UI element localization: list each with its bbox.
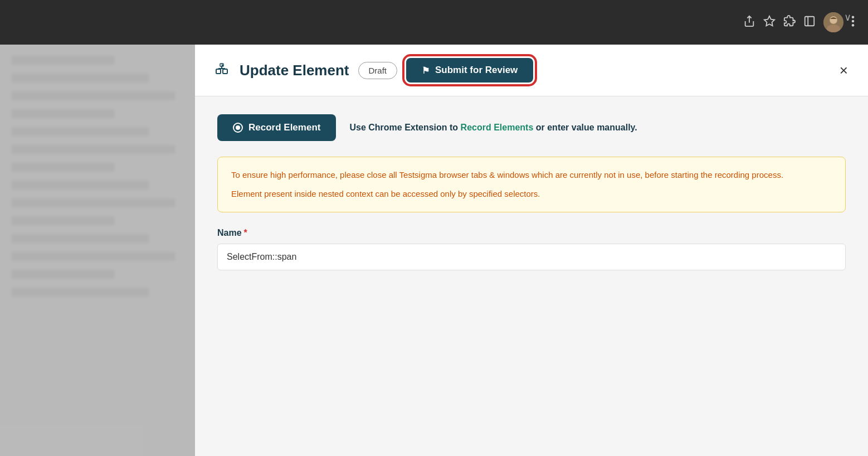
- name-label-text: Name: [217, 228, 242, 237]
- avatar[interactable]: [823, 12, 843, 32]
- element-icon: [213, 61, 231, 79]
- browser-chrome-bar: ∨: [0, 0, 868, 45]
- svg-point-8: [852, 16, 855, 18]
- record-dot-inner: [236, 125, 240, 130]
- sidebar-toggle-icon[interactable]: [803, 15, 816, 30]
- warning-line1: To ensure high performance, please close…: [231, 168, 832, 182]
- svg-rect-12: [216, 69, 221, 74]
- avatar-image: [823, 12, 843, 32]
- submit-for-review-button[interactable]: ⚑ Submit for Review: [406, 58, 533, 83]
- draft-badge[interactable]: Draft: [358, 62, 398, 79]
- record-row: Record Element Use Chrome Extension to R…: [217, 114, 846, 141]
- warning-line2: Element present inside nested context ca…: [231, 187, 832, 201]
- submit-button-label: Submit for Review: [435, 65, 518, 76]
- browser-controls: [743, 12, 855, 32]
- panel: Update Element Draft ⚑ Submit for Review…: [195, 45, 868, 456]
- record-elements-highlight: Record Elements: [461, 123, 534, 132]
- svg-point-9: [852, 20, 855, 22]
- panel-header: Update Element Draft ⚑ Submit for Review…: [195, 45, 868, 96]
- star-icon[interactable]: [763, 15, 776, 30]
- sidebar-blur: [0, 45, 195, 456]
- close-button[interactable]: ×: [837, 60, 850, 81]
- warning-box: To ensure high performance, please close…: [217, 157, 846, 212]
- flag-icon: ⚑: [422, 65, 430, 76]
- main-content: Update Element Draft ⚑ Submit for Review…: [0, 45, 868, 456]
- record-description: Use Chrome Extension to Record Elements …: [349, 123, 637, 133]
- panel-body: Record Element Use Chrome Extension to R…: [195, 96, 868, 456]
- share-icon[interactable]: [743, 15, 755, 30]
- chevron-down-icon: ∨: [844, 11, 851, 23]
- description-text-before: Use Chrome Extension to: [349, 123, 460, 132]
- svg-marker-1: [764, 16, 774, 25]
- record-button-label: Record Element: [248, 122, 320, 133]
- record-element-button[interactable]: Record Element: [217, 114, 336, 141]
- panel-header-left: Update Element Draft ⚑ Submit for Review: [213, 58, 533, 83]
- svg-rect-13: [223, 69, 227, 74]
- svg-rect-2: [805, 16, 815, 26]
- name-field-label: Name*: [217, 228, 846, 238]
- more-options-icon[interactable]: [851, 15, 855, 30]
- name-field-container: Name* SelectFrom::span: [217, 228, 846, 270]
- svg-point-10: [852, 24, 855, 27]
- required-indicator: *: [244, 228, 247, 237]
- description-text-after: or enter value manually.: [533, 123, 637, 132]
- name-field-value[interactable]: SelectFrom::span: [217, 244, 846, 270]
- record-dot-icon: [233, 123, 243, 133]
- sidebar: [0, 45, 195, 456]
- extensions-icon[interactable]: [783, 15, 796, 30]
- panel-title: Update Element: [240, 62, 349, 79]
